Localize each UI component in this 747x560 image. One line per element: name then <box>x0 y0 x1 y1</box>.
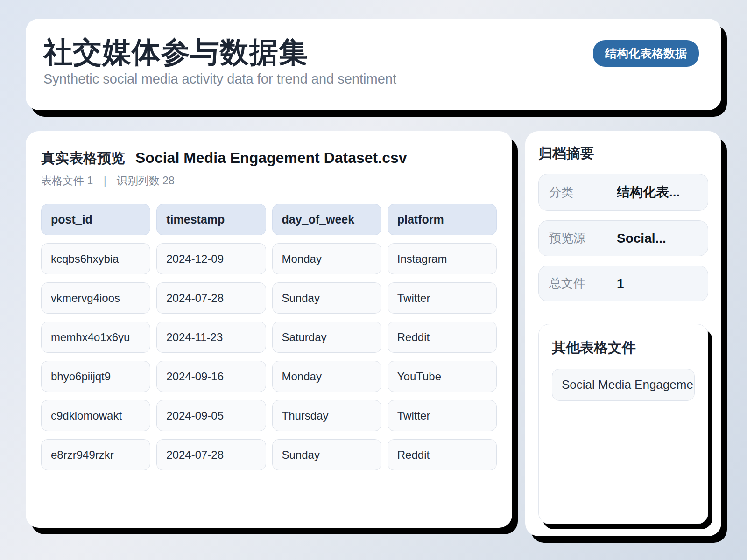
summary-kv-list: 分类结构化表...预览源Social...总文件1 <box>538 174 708 311</box>
summary-kv-value: 结构化表... <box>617 183 698 201</box>
table-cell: 2024-09-16 <box>156 361 266 392</box>
page-subtitle: Synthetic social media activity data for… <box>43 71 396 87</box>
meta-divider: ｜ <box>99 174 110 188</box>
table-cell: Reddit <box>388 439 497 470</box>
other-file-item[interactable]: Social Media Engagement <box>552 369 695 401</box>
column-header: day_of_week <box>272 204 381 235</box>
table-cell: Instagram <box>388 243 497 274</box>
meta-columns-count: 识别列数 28 <box>117 174 175 188</box>
summary-kv-row: 总文件1 <box>538 266 708 301</box>
header-card: 社交媒体参与数据集 Synthetic social media activit… <box>26 19 721 110</box>
table-cell: Twitter <box>388 282 497 314</box>
summary-kv-label: 分类 <box>549 184 617 201</box>
page-title: 社交媒体参与数据集 <box>43 35 396 69</box>
table-cell: Monday <box>272 361 381 392</box>
table-cell: Monday <box>272 243 381 274</box>
table-cell: 2024-07-28 <box>156 282 266 314</box>
summary-kv-label: 预览源 <box>549 230 617 246</box>
table-cell: YouTube <box>388 361 497 392</box>
preview-title-row: 真实表格预览 Social Media Engagement Dataset.c… <box>41 149 497 168</box>
table-cell: vkmervg4ioos <box>41 282 150 314</box>
table-cell: bhyo6piijqt9 <box>41 361 150 392</box>
summary-kv-label: 总文件 <box>549 275 617 292</box>
table-cell: Twitter <box>388 400 497 431</box>
preview-filename: Social Media Engagement Dataset.csv <box>135 149 407 167</box>
preview-meta: 表格文件 1 ｜ 识别列数 28 <box>41 174 497 188</box>
meta-files-count: 表格文件 1 <box>41 174 93 188</box>
preview-title: 真实表格预览 <box>41 149 125 168</box>
summary-kv-row: 分类结构化表... <box>538 174 708 211</box>
category-badge: 结构化表格数据 <box>593 40 699 67</box>
table-cell: Sunday <box>272 282 381 314</box>
archive-summary-card: 归档摘要 分类结构化表...预览源Social...总文件1 其他表格文件 So… <box>525 131 721 536</box>
data-table: post_idtimestampday_of_weekplatformkcqbs… <box>41 204 497 470</box>
summary-kv-row: 预览源Social... <box>538 220 708 256</box>
column-header: timestamp <box>156 204 266 235</box>
table-cell: memhx4o1x6yu <box>41 322 150 353</box>
summary-kv-value: Social... <box>617 231 698 246</box>
table-cell: 2024-11-23 <box>156 322 266 353</box>
other-files-card: 其他表格文件 Social Media Engagement <box>538 324 708 524</box>
summary-kv-value: 1 <box>617 276 698 291</box>
table-cell: 2024-09-05 <box>156 400 266 431</box>
table-cell: e8rzr949rzkr <box>41 439 150 470</box>
table-cell: c9dkiomowakt <box>41 400 150 431</box>
column-header: post_id <box>41 204 150 235</box>
table-cell: 2024-12-09 <box>156 243 266 274</box>
table-cell: kcqbs6hxybia <box>41 243 150 274</box>
table-cell: Thursday <box>272 400 381 431</box>
table-cell: Reddit <box>388 322 497 353</box>
content-row: 真实表格预览 Social Media Engagement Dataset.c… <box>26 131 721 536</box>
header-text-block: 社交媒体参与数据集 Synthetic social media activit… <box>43 35 396 87</box>
column-header: platform <box>388 204 497 235</box>
other-files-title: 其他表格文件 <box>552 338 695 357</box>
table-cell: Sunday <box>272 439 381 470</box>
table-cell: 2024-07-28 <box>156 439 266 470</box>
table-cell: Saturday <box>272 322 381 353</box>
table-preview-card: 真实表格预览 Social Media Engagement Dataset.c… <box>26 131 512 528</box>
archive-summary-title: 归档摘要 <box>538 144 708 163</box>
other-files-list: Social Media Engagement <box>552 369 695 401</box>
page: 社交媒体参与数据集 Synthetic social media activit… <box>0 0 747 560</box>
